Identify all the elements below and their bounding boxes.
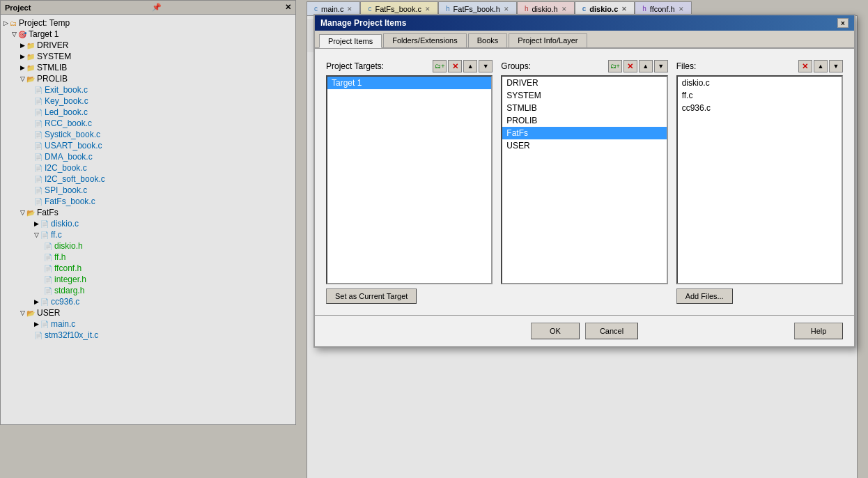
dialog-body: Project Targets: 🗂+ ✕ ▲ ▼ <box>315 49 854 315</box>
ok-button[interactable]: OK <box>531 323 580 339</box>
groups-new-btn[interactable]: 🗂+ <box>608 60 622 72</box>
files-buttons: ✕ ▲ ▼ <box>798 60 843 72</box>
file-item-ff-c[interactable]: ff.c <box>678 89 842 102</box>
targets-list[interactable]: Target 1 <box>326 75 493 284</box>
files-bottom-btn-container: Add Files... <box>676 288 843 304</box>
groups-up-btn[interactable]: ▲ <box>639 60 653 72</box>
targets-delete-btn[interactable]: ✕ <box>448 60 462 72</box>
dialog-title: Manage Project Items <box>320 18 406 28</box>
groups-up-icon: ▲ <box>642 63 649 70</box>
targets-buttons: 🗂+ ✕ ▲ ▼ <box>433 60 493 72</box>
files-label: Files: <box>676 61 697 71</box>
group-item-fatfs[interactable]: FatFs <box>502 127 666 139</box>
new-folder-icon: 🗂+ <box>435 63 444 70</box>
set-current-target-btn[interactable]: Set as Current Target <box>326 288 417 304</box>
files-list[interactable]: diskio.c ff.c cc936.c <box>676 75 843 284</box>
files-down-icon: ▼ <box>833 63 839 70</box>
files-header: Files: ✕ ▲ ▼ <box>676 60 843 72</box>
columns-container: Project Targets: 🗂+ ✕ ▲ ▼ <box>326 60 843 304</box>
down-icon: ▼ <box>483 63 489 70</box>
delete-icon: ✕ <box>452 62 458 71</box>
targets-label: Project Targets: <box>326 61 384 71</box>
groups-down-icon: ▼ <box>658 63 664 70</box>
column-groups: Groups: 🗂+ ✕ ▲ ▼ <box>501 60 667 304</box>
target-item-1[interactable]: Target 1 <box>327 77 491 89</box>
dialog-tab-folders[interactable]: Folders/Extensions <box>383 33 467 47</box>
targets-new-btn[interactable]: 🗂+ <box>433 60 447 72</box>
column-targets: Project Targets: 🗂+ ✕ ▲ ▼ <box>326 60 493 304</box>
targets-down-btn[interactable]: ▼ <box>479 60 493 72</box>
files-delete-btn[interactable]: ✕ <box>798 60 812 72</box>
files-up-icon: ▲ <box>818 63 824 70</box>
group-item-stmlib[interactable]: STMLIB <box>502 102 666 114</box>
group-item-system[interactable]: SYSTEM <box>502 89 666 102</box>
group-item-prolib[interactable]: PROLIB <box>502 114 666 127</box>
group-item-user[interactable]: USER <box>502 139 666 152</box>
cancel-button[interactable]: Cancel <box>585 323 638 339</box>
help-button[interactable]: Help <box>794 323 843 339</box>
files-up-btn[interactable]: ▲ <box>814 60 828 72</box>
groups-list[interactable]: DRIVER SYSTEM STMLIB PROLIB FatFs USER <box>501 75 667 284</box>
groups-buttons: 🗂+ ✕ ▲ ▼ <box>608 60 668 72</box>
dialog-footer: OK Cancel Help <box>315 315 854 346</box>
dialog-tab-bar: Project Items Folders/Extensions Books P… <box>315 31 854 49</box>
dialog-tab-project-items[interactable]: Project Items <box>319 34 382 48</box>
groups-label: Groups: <box>501 61 531 71</box>
targets-bottom-btn-container: Set as Current Target <box>326 288 493 304</box>
groups-header: Groups: 🗂+ ✕ ▲ ▼ <box>501 60 667 72</box>
group-item-driver[interactable]: DRIVER <box>502 77 666 89</box>
column-files: Files: ✕ ▲ ▼ diskio.c <box>676 60 843 304</box>
targets-up-btn[interactable]: ▲ <box>463 60 477 72</box>
groups-delete-btn[interactable]: ✕ <box>623 60 637 72</box>
up-icon: ▲ <box>467 63 474 70</box>
groups-down-btn[interactable]: ▼ <box>654 60 668 72</box>
file-item-cc936-c[interactable]: cc936.c <box>678 102 842 114</box>
manage-project-dialog: Manage Project Items × Project Items Fol… <box>313 14 855 348</box>
groups-new-folder-icon: 🗂+ <box>610 63 620 70</box>
dialog-tab-project-info[interactable]: Project Info/Layer <box>509 33 587 47</box>
dialog-close-button[interactable]: × <box>837 18 848 28</box>
add-files-btn[interactable]: Add Files... <box>676 288 733 304</box>
targets-header: Project Targets: 🗂+ ✕ ▲ ▼ <box>326 60 493 72</box>
dialog-tab-books[interactable]: Books <box>468 33 508 47</box>
file-item-diskio-c[interactable]: diskio.c <box>678 77 842 89</box>
groups-delete-icon: ✕ <box>627 62 633 71</box>
files-down-btn[interactable]: ▼ <box>829 60 843 72</box>
dialog-titlebar: Manage Project Items × <box>315 15 854 31</box>
files-delete-icon: ✕ <box>802 62 808 71</box>
